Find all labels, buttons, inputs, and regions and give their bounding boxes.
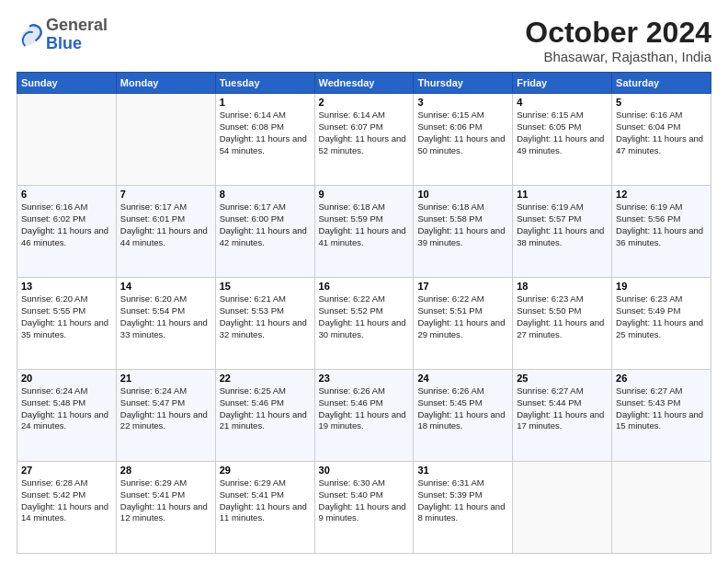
day-info: Sunrise: 6:16 AM Sunset: 6:04 PM Dayligh… xyxy=(616,109,707,156)
calendar-week-4: 20Sunrise: 6:24 AM Sunset: 5:48 PM Dayli… xyxy=(17,370,711,462)
calendar-cell: 23Sunrise: 6:26 AM Sunset: 5:46 PM Dayli… xyxy=(314,370,414,462)
day-number: 25 xyxy=(517,373,608,384)
calendar-cell: 22Sunrise: 6:25 AM Sunset: 5:46 PM Dayli… xyxy=(215,370,314,462)
day-number: 12 xyxy=(616,189,707,200)
day-info: Sunrise: 6:20 AM Sunset: 5:55 PM Dayligh… xyxy=(21,293,112,340)
day-number: 19 xyxy=(616,281,707,292)
day-number: 1 xyxy=(220,97,311,108)
day-info: Sunrise: 6:26 AM Sunset: 5:45 PM Dayligh… xyxy=(417,385,508,432)
day-info: Sunrise: 6:24 AM Sunset: 5:47 PM Dayligh… xyxy=(120,385,211,432)
day-info: Sunrise: 6:16 AM Sunset: 6:02 PM Dayligh… xyxy=(21,201,112,248)
day-number: 8 xyxy=(220,189,311,200)
day-info: Sunrise: 6:15 AM Sunset: 6:05 PM Dayligh… xyxy=(517,109,608,156)
day-info: Sunrise: 6:22 AM Sunset: 5:52 PM Dayligh… xyxy=(319,293,410,340)
day-number: 18 xyxy=(517,281,608,292)
day-number: 5 xyxy=(616,97,707,108)
calendar-week-1: 1Sunrise: 6:14 AM Sunset: 6:08 PM Daylig… xyxy=(17,94,711,186)
calendar-cell: 12Sunrise: 6:19 AM Sunset: 5:56 PM Dayli… xyxy=(612,186,711,278)
calendar-cell: 11Sunrise: 6:19 AM Sunset: 5:57 PM Dayli… xyxy=(513,186,612,278)
day-info: Sunrise: 6:25 AM Sunset: 5:46 PM Dayligh… xyxy=(220,385,311,432)
weekday-header-row: SundayMondayTuesdayWednesdayThursdayFrid… xyxy=(17,73,711,94)
calendar-cell: 5Sunrise: 6:16 AM Sunset: 6:04 PM Daylig… xyxy=(612,94,711,186)
month-title: October 2024 xyxy=(525,17,711,49)
day-number: 23 xyxy=(319,373,410,384)
day-number: 14 xyxy=(120,281,211,292)
day-number: 16 xyxy=(319,281,410,292)
day-info: Sunrise: 6:23 AM Sunset: 5:49 PM Dayligh… xyxy=(616,293,707,340)
calendar-week-5: 27Sunrise: 6:28 AM Sunset: 5:42 PM Dayli… xyxy=(17,462,711,554)
calendar-cell: 9Sunrise: 6:18 AM Sunset: 5:59 PM Daylig… xyxy=(314,186,414,278)
weekday-wednesday: Wednesday xyxy=(314,73,414,94)
calendar-cell: 15Sunrise: 6:21 AM Sunset: 5:53 PM Dayli… xyxy=(215,278,314,370)
calendar-cell: 13Sunrise: 6:20 AM Sunset: 5:55 PM Dayli… xyxy=(17,278,117,370)
day-info: Sunrise: 6:18 AM Sunset: 5:58 PM Dayligh… xyxy=(417,201,508,248)
day-info: Sunrise: 6:14 AM Sunset: 6:08 PM Dayligh… xyxy=(220,109,311,156)
day-info: Sunrise: 6:30 AM Sunset: 5:40 PM Dayligh… xyxy=(319,477,410,524)
day-info: Sunrise: 6:27 AM Sunset: 5:44 PM Dayligh… xyxy=(517,385,608,432)
logo-text: General Blue xyxy=(46,17,108,53)
calendar-cell: 8Sunrise: 6:17 AM Sunset: 6:00 PM Daylig… xyxy=(215,186,314,278)
logo-icon xyxy=(17,22,42,48)
day-info: Sunrise: 6:17 AM Sunset: 6:01 PM Dayligh… xyxy=(120,201,211,248)
logo-general: General xyxy=(46,16,108,34)
calendar-cell: 20Sunrise: 6:24 AM Sunset: 5:48 PM Dayli… xyxy=(17,370,117,462)
calendar-week-2: 6Sunrise: 6:16 AM Sunset: 6:02 PM Daylig… xyxy=(17,186,711,278)
day-number: 10 xyxy=(417,189,508,200)
header: General Blue October 2024 Bhasawar, Raja… xyxy=(17,17,711,64)
day-number: 29 xyxy=(220,465,311,476)
day-number: 9 xyxy=(319,189,410,200)
day-number: 22 xyxy=(220,373,311,384)
day-info: Sunrise: 6:26 AM Sunset: 5:46 PM Dayligh… xyxy=(319,385,410,432)
calendar-cell: 4Sunrise: 6:15 AM Sunset: 6:05 PM Daylig… xyxy=(513,94,612,186)
day-info: Sunrise: 6:22 AM Sunset: 5:51 PM Dayligh… xyxy=(417,293,508,340)
calendar-cell: 21Sunrise: 6:24 AM Sunset: 5:47 PM Dayli… xyxy=(116,370,215,462)
calendar-cell: 1Sunrise: 6:14 AM Sunset: 6:08 PM Daylig… xyxy=(215,94,314,186)
weekday-monday: Monday xyxy=(116,73,215,94)
calendar-body: 1Sunrise: 6:14 AM Sunset: 6:08 PM Daylig… xyxy=(17,94,711,554)
day-info: Sunrise: 6:15 AM Sunset: 6:06 PM Dayligh… xyxy=(417,109,508,156)
logo: General Blue xyxy=(17,17,108,53)
day-number: 2 xyxy=(319,97,410,108)
day-info: Sunrise: 6:19 AM Sunset: 5:56 PM Dayligh… xyxy=(616,201,707,248)
location: Bhasawar, Rajasthan, India xyxy=(525,49,711,64)
calendar-cell: 26Sunrise: 6:27 AM Sunset: 5:43 PM Dayli… xyxy=(612,370,711,462)
calendar-cell: 7Sunrise: 6:17 AM Sunset: 6:01 PM Daylig… xyxy=(116,186,215,278)
day-number: 28 xyxy=(120,465,211,476)
logo-blue: Blue xyxy=(46,34,82,52)
calendar-cell: 28Sunrise: 6:29 AM Sunset: 5:41 PM Dayli… xyxy=(116,462,215,554)
calendar-cell xyxy=(116,94,215,186)
calendar-cell: 18Sunrise: 6:23 AM Sunset: 5:50 PM Dayli… xyxy=(513,278,612,370)
calendar-cell: 2Sunrise: 6:14 AM Sunset: 6:07 PM Daylig… xyxy=(314,94,414,186)
weekday-tuesday: Tuesday xyxy=(215,73,314,94)
calendar-cell: 14Sunrise: 6:20 AM Sunset: 5:54 PM Dayli… xyxy=(116,278,215,370)
calendar-cell: 29Sunrise: 6:29 AM Sunset: 5:41 PM Dayli… xyxy=(215,462,314,554)
day-info: Sunrise: 6:18 AM Sunset: 5:59 PM Dayligh… xyxy=(319,201,410,248)
weekday-saturday: Saturday xyxy=(612,73,711,94)
day-info: Sunrise: 6:29 AM Sunset: 5:41 PM Dayligh… xyxy=(220,477,311,524)
calendar-cell: 17Sunrise: 6:22 AM Sunset: 5:51 PM Dayli… xyxy=(414,278,513,370)
day-number: 11 xyxy=(517,189,608,200)
day-info: Sunrise: 6:28 AM Sunset: 5:42 PM Dayligh… xyxy=(21,477,112,524)
calendar-cell: 19Sunrise: 6:23 AM Sunset: 5:49 PM Dayli… xyxy=(612,278,711,370)
day-info: Sunrise: 6:20 AM Sunset: 5:54 PM Dayligh… xyxy=(120,293,211,340)
day-number: 31 xyxy=(417,465,508,476)
day-number: 21 xyxy=(120,373,211,384)
day-number: 15 xyxy=(220,281,311,292)
calendar-cell xyxy=(612,462,711,554)
day-number: 6 xyxy=(21,189,112,200)
day-number: 3 xyxy=(417,97,508,108)
weekday-sunday: Sunday xyxy=(17,73,117,94)
day-number: 20 xyxy=(21,373,112,384)
calendar-cell: 6Sunrise: 6:16 AM Sunset: 6:02 PM Daylig… xyxy=(17,186,117,278)
calendar-cell: 3Sunrise: 6:15 AM Sunset: 6:06 PM Daylig… xyxy=(414,94,513,186)
day-info: Sunrise: 6:27 AM Sunset: 5:43 PM Dayligh… xyxy=(616,385,707,432)
day-info: Sunrise: 6:14 AM Sunset: 6:07 PM Dayligh… xyxy=(319,109,410,156)
calendar-cell: 10Sunrise: 6:18 AM Sunset: 5:58 PM Dayli… xyxy=(414,186,513,278)
day-info: Sunrise: 6:21 AM Sunset: 5:53 PM Dayligh… xyxy=(220,293,311,340)
calendar-cell: 25Sunrise: 6:27 AM Sunset: 5:44 PM Dayli… xyxy=(513,370,612,462)
day-number: 7 xyxy=(120,189,211,200)
calendar-cell xyxy=(513,462,612,554)
calendar-cell: 16Sunrise: 6:22 AM Sunset: 5:52 PM Dayli… xyxy=(314,278,414,370)
day-info: Sunrise: 6:19 AM Sunset: 5:57 PM Dayligh… xyxy=(517,201,608,248)
day-number: 4 xyxy=(517,97,608,108)
